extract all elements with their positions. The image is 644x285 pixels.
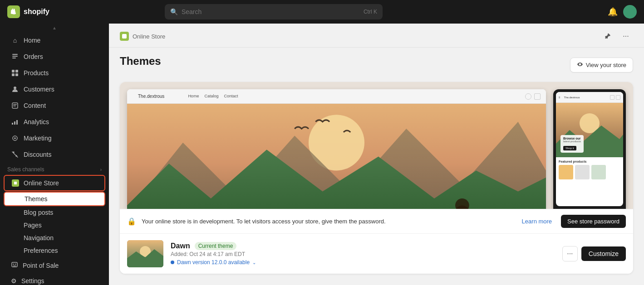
sidebar: ▲ ⌂ Home Orders Products Customers <box>0 24 109 285</box>
theme-info: Dawn Current theme Added: Oct 24 at 4:17… <box>120 233 633 274</box>
mockup-nav-catalog: Catalog <box>204 94 218 98</box>
product-thumb-3 <box>591 165 606 179</box>
more-dots-icon: ··· <box>567 250 573 258</box>
mobile-bag-icon <box>616 95 620 100</box>
sidebar-item-analytics[interactable]: Analytics <box>4 114 105 130</box>
sidebar-item-products[interactable]: Products <box>4 65 105 81</box>
sales-channels-section[interactable]: Sales channels › <box>0 163 109 174</box>
sidebar-item-customers[interactable]: Customers <box>4 82 105 97</box>
learn-more-button[interactable]: Learn more <box>518 215 556 227</box>
sidebar-subitem-themes[interactable]: Themes <box>4 192 105 206</box>
lock-icon: 🔒 <box>127 217 136 226</box>
sidebar-item-label: Analytics <box>24 118 49 126</box>
discounts-icon <box>11 150 19 159</box>
theme-more-button[interactable]: ··· <box>562 246 578 261</box>
marketing-icon <box>11 134 19 142</box>
sidebar-subitem-preferences[interactable]: Preferences <box>4 244 105 257</box>
sidebar-item-discounts[interactable]: Discounts <box>4 147 105 162</box>
browse-subtitle: latest products <box>563 140 581 143</box>
page-content: Themes View your store The.dextrous <box>109 48 644 285</box>
featured-products <box>559 165 620 179</box>
online-store-icon <box>12 179 19 187</box>
mobile-site-name: The.dextrous <box>564 96 580 99</box>
view-store-button[interactable]: View your store <box>570 58 633 72</box>
svg-rect-18 <box>122 34 127 39</box>
search-bar[interactable]: 🔍 Ctrl K <box>165 4 383 19</box>
mobile-browse-box: Browse our latest products Shop it <box>560 135 584 153</box>
sidebar-item-label: Discounts <box>24 151 51 158</box>
sidebar-item-label: Customers <box>24 86 54 93</box>
analytics-icon <box>11 118 19 126</box>
sidebar-item-point-of-sale[interactable]: Point of Sale <box>4 257 105 273</box>
svg-rect-6 <box>15 73 18 76</box>
pages-label: Pages <box>24 222 42 229</box>
svg-rect-10 <box>13 106 16 106</box>
mockup-nav-links: Home Catalog Contact <box>182 89 243 104</box>
products-icon <box>11 69 19 77</box>
sidebar-bottom: ⚙ Settings <box>0 274 109 285</box>
sidebar-item-orders[interactable]: Orders <box>4 49 105 64</box>
shopify-logo-text: shopify <box>24 8 49 16</box>
shopify-logo[interactable]: shopify <box>7 5 49 18</box>
sidebar-subitem-navigation[interactable]: Navigation <box>4 232 105 244</box>
main-layout: ▲ ⌂ Home Orders Products Customers <box>0 24 644 285</box>
svg-rect-13 <box>16 120 18 125</box>
mockup-toolbar-icons <box>525 93 541 100</box>
top-navigation: shopify 🔍 Ctrl K 🔔 <box>0 0 644 24</box>
breadcrumb: Online Store <box>120 32 165 41</box>
pos-icon <box>11 261 18 270</box>
sidebar-item-label: Content <box>24 102 46 109</box>
sidebar-item-marketing[interactable]: Marketing <box>4 130 105 146</box>
customize-button[interactable]: Customize <box>581 246 626 261</box>
sidebar-item-label: Home <box>24 37 40 44</box>
pos-label: Point of Sale <box>23 262 59 269</box>
search-input[interactable] <box>182 8 360 15</box>
sidebar-item-online-store[interactable]: Online Store <box>4 175 105 191</box>
mobile-mockup: ≡ The.dextrous <box>553 89 626 209</box>
shopify-logo-icon <box>7 5 20 18</box>
svg-rect-11 <box>12 123 13 125</box>
sidebar-subitem-pages[interactable]: Pages <box>4 219 105 232</box>
theme-card: The.dextrous Home Catalog Contact <box>120 82 633 274</box>
mobile-search-icon <box>610 95 615 100</box>
svg-rect-16 <box>15 264 16 265</box>
mobile-header: ≡ The.dextrous <box>556 92 623 103</box>
search-icon: 🔍 <box>170 8 178 15</box>
version-label: Dawn version 12.0.0 available <box>177 259 250 266</box>
info-banner: 🔒 Your online store is in development. T… <box>120 209 633 233</box>
pin-button[interactable] <box>600 29 615 43</box>
page-title: Themes <box>120 55 161 68</box>
more-options-button[interactable]: ··· <box>619 29 633 43</box>
svg-rect-3 <box>12 70 15 72</box>
sidebar-item-settings[interactable]: ⚙ Settings <box>4 274 105 285</box>
svg-rect-9 <box>13 104 17 105</box>
settings-icon: ⚙ <box>11 277 17 285</box>
sidebar-item-content[interactable]: Content <box>4 98 105 113</box>
see-password-button[interactable]: See store password <box>561 215 626 228</box>
online-store-label: Online Store <box>24 179 59 187</box>
header-actions: ··· <box>600 29 633 43</box>
svg-rect-5 <box>12 73 15 76</box>
svg-rect-15 <box>13 264 14 265</box>
blog-posts-label: Blog posts <box>24 209 53 216</box>
sidebar-subitem-blog-posts[interactable]: Blog posts <box>4 206 105 219</box>
preferences-label: Preferences <box>24 247 58 254</box>
navigation-label: Navigation <box>24 234 54 242</box>
sidebar-item-home[interactable]: ⌂ Home <box>4 33 105 48</box>
theme-thumbnail <box>127 240 163 267</box>
theme-name: Dawn <box>171 242 190 250</box>
top-nav-right: 🔔 <box>608 5 637 19</box>
more-icon: ··· <box>623 32 629 40</box>
eye-icon <box>577 61 583 69</box>
theme-actions: ··· Customize <box>562 246 626 261</box>
svg-rect-12 <box>14 121 15 125</box>
online-store-breadcrumb-icon <box>120 32 129 41</box>
featured-section: Featured products <box>556 157 623 182</box>
avatar[interactable] <box>623 5 637 19</box>
bell-icon[interactable]: 🔔 <box>608 7 618 17</box>
mockup-bag-icon <box>534 93 541 100</box>
sales-channels-label: Sales channels <box>7 166 44 173</box>
mockup-landscape <box>127 104 546 209</box>
theme-version-row[interactable]: Dawn version 12.0.0 available ⌄ <box>171 259 555 266</box>
info-banner-text: Your online store is in development. To … <box>142 218 513 225</box>
